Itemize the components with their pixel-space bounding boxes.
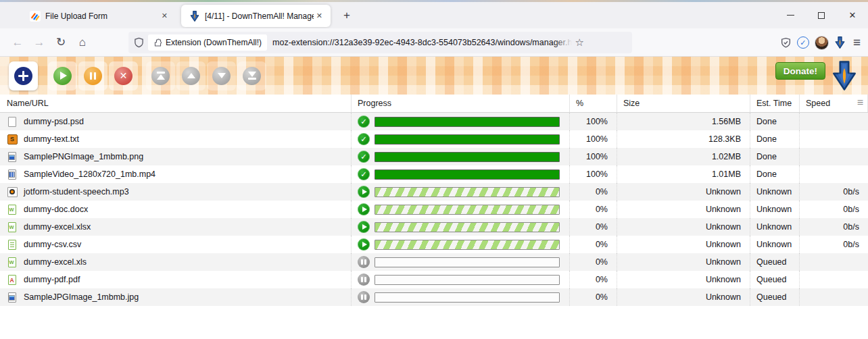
percent-value: 100% — [570, 148, 617, 165]
pause-button[interactable] — [78, 61, 107, 90]
home-button[interactable]: ⌂ — [72, 32, 93, 53]
tab-title: File Upload Form — [45, 11, 159, 21]
status-done-icon — [358, 168, 370, 180]
page-background — [0, 306, 868, 339]
status-done-icon — [358, 133, 370, 145]
column-header-est-time[interactable]: Est. Time — [750, 95, 800, 112]
file-name: dummy-pdf.pdf — [24, 275, 80, 284]
progress-bar — [375, 240, 560, 250]
table-row[interactable]: dummy-csv.csv 0% Unknown Unknown 0b/s — [0, 236, 868, 253]
close-window-button[interactable]: ✕ — [837, 2, 868, 28]
profile-avatar[interactable] — [815, 36, 829, 50]
file-name: dummy-psd.psd — [24, 117, 84, 126]
progress-bar — [375, 222, 560, 232]
est-time-value: Done — [750, 130, 800, 148]
speed-value: 0b/s — [800, 218, 868, 236]
file-name: SamplePNGImage_1mbmb.png — [24, 152, 143, 161]
progress-bar — [375, 134, 560, 145]
move-up-button[interactable] — [176, 61, 206, 90]
progress-bar — [375, 152, 560, 162]
move-to-bottom-button[interactable] — [237, 61, 266, 90]
est-time-value: Done — [750, 165, 800, 183]
table-row[interactable]: dummy-excel.xlsx 0% Unknown Unknown 0b/s — [0, 218, 868, 236]
est-time-value: Unknown — [750, 183, 800, 201]
size-value: 128.3KB — [617, 130, 750, 148]
file-name: jotform-student-speech.mp3 — [24, 187, 129, 197]
address-bar[interactable]: Extension (DownThemAll!) moz-extension:/… — [128, 32, 632, 53]
table-row[interactable]: jotform-student-speech.mp3 0% Unknown Un… — [0, 183, 868, 201]
file-name: SampleJPGImage_1mbmb.jpg — [24, 292, 139, 302]
arrow-bottom-icon — [243, 67, 261, 85]
close-tab-icon[interactable]: ✕ — [314, 10, 325, 22]
column-header-size[interactable]: Size — [617, 95, 750, 112]
close-tab-icon[interactable]: ✕ — [159, 10, 170, 22]
est-time-value: Unknown — [750, 201, 800, 218]
file-image-icon — [7, 292, 18, 303]
progress-bar — [375, 275, 560, 285]
table-header: Name/URL Progress % Size Est. Time Speed… — [0, 95, 868, 113]
back-button[interactable]: ← — [7, 32, 28, 53]
table-row[interactable]: dummy-excel.xls 0% Unknown Queued — [0, 253, 868, 271]
verified-check-icon[interactable]: ✓ — [797, 36, 809, 49]
tab-file-upload-form[interactable]: File Upload Form ✕ — [22, 5, 176, 27]
cancel-circle-icon: ✕ — [114, 67, 132, 85]
arrow-down-icon — [212, 67, 231, 85]
column-header-name[interactable]: Name/URL — [0, 95, 352, 112]
donate-button[interactable]: Donate! — [775, 62, 825, 80]
downthemall-toolbar-icon[interactable] — [834, 36, 846, 49]
table-row[interactable]: dummy-doc.docx 0% Unknown Unknown 0b/s — [0, 201, 868, 218]
progress-bar — [375, 205, 560, 215]
percent-value: 0% — [570, 288, 617, 306]
move-down-button[interactable] — [207, 61, 236, 90]
jotform-icon — [30, 11, 41, 22]
size-value: 1.02MB — [617, 148, 750, 165]
downthemall-icon — [189, 11, 200, 22]
extension-chip[interactable]: Extension (DownThemAll!) — [148, 34, 267, 51]
protections-shield-icon[interactable] — [780, 37, 792, 49]
column-picker-icon[interactable]: ≡ — [857, 97, 863, 109]
puzzle-icon — [153, 38, 162, 47]
bookmark-star-icon[interactable]: ☆ — [575, 36, 583, 49]
minimize-button[interactable] — [775, 2, 806, 28]
file-word-icon — [7, 204, 18, 215]
size-value: 1.56MB — [617, 113, 750, 130]
new-tab-button[interactable]: + — [338, 8, 356, 23]
tracking-protection-shield-icon[interactable] — [134, 37, 144, 48]
percent-value: 0% — [570, 183, 617, 201]
move-to-top-button[interactable] — [146, 61, 175, 90]
downthemall-arrow-icon — [831, 61, 857, 90]
file-audio-icon — [7, 186, 18, 197]
table-row[interactable]: SamplePNGImage_1mbmb.png 100% 1.02MB Don… — [0, 148, 868, 165]
arrow-top-icon — [151, 67, 170, 85]
table-row[interactable]: dummy-pdf.pdf 0% Unknown Queued — [0, 271, 868, 288]
status-done-icon — [358, 151, 370, 163]
add-downloads-button[interactable] — [9, 61, 38, 90]
file-name: dummy-excel.xls — [24, 257, 87, 267]
table-row[interactable]: SampleJPGImage_1mbmb.jpg 0% Unknown Queu… — [0, 288, 868, 306]
file-word-icon — [7, 221, 18, 232]
resume-button[interactable] — [48, 61, 77, 90]
file-name: dummy-excel.xlsx — [24, 222, 91, 232]
tab-downthemall-manager[interactable]: [4/11] - DownThemAll! Manager ✕ — [181, 5, 331, 27]
table-row[interactable]: SampleVideo_1280x720_1mb.mp4 100% 1.01MB… — [0, 165, 868, 183]
column-header-percent[interactable]: % — [570, 95, 617, 112]
est-time-value: Unknown — [750, 236, 800, 253]
percent-value: 100% — [570, 165, 617, 183]
maximize-button[interactable] — [806, 2, 837, 28]
hamburger-menu-icon[interactable]: ≡ — [851, 35, 863, 50]
reload-button[interactable]: ↻ — [50, 32, 72, 53]
percent-value: 0% — [570, 271, 617, 288]
est-time-value: Unknown — [750, 218, 800, 236]
table-row[interactable]: dummy-text.txt 100% 128.3KB Done — [0, 130, 868, 148]
progress-bar — [375, 170, 560, 180]
column-header-progress[interactable]: Progress — [352, 95, 570, 112]
speed-value — [800, 165, 868, 183]
cancel-button[interactable]: ✕ — [109, 61, 138, 90]
url-text: moz-extension://312a3e39-92ec-4943-8dc3-… — [272, 38, 572, 47]
est-time-value: Queued — [750, 253, 800, 271]
table-row[interactable]: dummy-psd.psd 100% 1.56MB Done — [0, 113, 868, 130]
file-name: dummy-doc.docx — [24, 205, 88, 214]
dta-toolbar: ✕ Donate! — [0, 57, 868, 95]
forward-button[interactable]: → — [28, 32, 50, 53]
size-value: Unknown — [617, 201, 750, 218]
